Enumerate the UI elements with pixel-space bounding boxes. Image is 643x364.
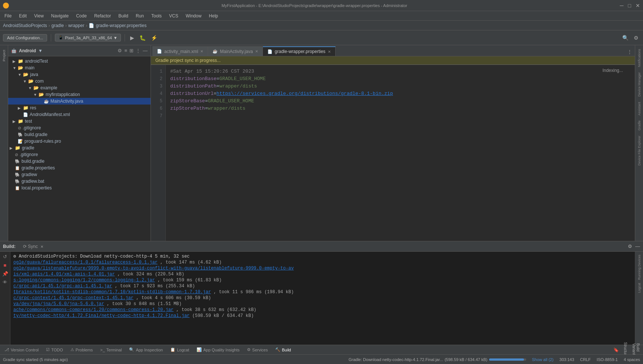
build-link-5[interactable]: c/grpc-api/1.45.1/grpc-api-1.45.1.jar — [13, 284, 112, 289]
tree-item-proguardrules[interactable]: ▶ 📝 proguard-rules.pro — [8, 138, 151, 145]
tree-item-test[interactable]: ▶ 📁 test — [8, 118, 151, 125]
menu-vcs[interactable]: VCS — [166, 13, 181, 19]
bookmarks-icon[interactable]: 🔖 — [613, 347, 619, 353]
tree-item-com[interactable]: ▼ 📂 com — [8, 78, 151, 85]
right-label-device-manager[interactable]: Device Manager — [637, 70, 642, 99]
right-label-notifications[interactable]: Notifications — [637, 47, 642, 69]
tab-mainactivity-java[interactable]: ☕ MainActivity.java ✕ — [208, 46, 263, 56]
encoding[interactable]: ISO-8859-1 — [597, 357, 618, 362]
sync-tab-close[interactable]: ✕ — [40, 245, 43, 249]
build-link-9[interactable]: ache/commons/commons-compress/1.20/commo… — [13, 307, 174, 312]
tab-activity-main-xml[interactable]: 📄 activity_main.xml ✕ — [152, 46, 208, 56]
tree-item-gradle-folder[interactable]: ▶ 📁 gradle — [8, 145, 151, 151]
build-link-3[interactable]: is/xml-apis/1.4.01/xml-apis-1.4.01.jar — [13, 272, 115, 277]
bottom-tab-version-control[interactable]: ⎇ Version Control — [3, 347, 40, 353]
menu-file[interactable]: File — [1, 13, 14, 19]
tree-item-java[interactable]: ▼ 📂 java — [8, 71, 151, 78]
right-label-assistant[interactable]: Assistant — [637, 100, 642, 118]
menu-tools[interactable]: Tools — [148, 13, 165, 19]
menu-code[interactable]: Code — [73, 13, 90, 19]
build-link-4[interactable]: s-logging/commons-logging/1.2/commons-lo… — [13, 278, 155, 283]
settings-icon[interactable]: ⚙ — [632, 34, 640, 42]
profile-button[interactable]: ⚡ — [149, 34, 159, 42]
window-controls[interactable]: ─ □ ✕ — [620, 3, 640, 9]
panel-icon-settings[interactable]: ⋮ — [136, 48, 141, 53]
sidebar-project-label[interactable]: Project — [1, 48, 7, 63]
show-all-link[interactable]: Show all (2) — [532, 357, 554, 362]
tree-item-androidtest[interactable]: ▶ 📁 androidTest — [8, 58, 151, 64]
build-minimize-icon[interactable]: — — [635, 244, 640, 249]
bottom-tab-app-quality[interactable]: 📊 App Quality Insights — [195, 347, 241, 353]
tree-item-buildgradle-root[interactable]: ▶ 🐘 build.gradle — [8, 158, 151, 165]
build-link-1[interactable]: ogle/guava/failureaccess/1.0.1/failureac… — [13, 260, 158, 265]
maximize-button[interactable]: □ — [628, 3, 631, 9]
build-running-devices-icon[interactable]: Running Devices — [637, 253, 642, 281]
menu-view[interactable]: View — [31, 13, 47, 19]
tree-item-example[interactable]: ▼ 📂 example — [8, 85, 151, 91]
right-label-gradle[interactable]: Gradle — [637, 118, 642, 133]
build-link-10[interactable]: ty/netty-codec-http/4.1.72.Final/netty-c… — [13, 313, 189, 318]
build-settings-icon[interactable]: ⚙ — [628, 244, 632, 249]
build-restart-icon[interactable]: ↺ — [2, 253, 8, 260]
tab-close-gradle-wrapper[interactable]: ✕ — [328, 50, 331, 54]
breadcrumb-gradle[interactable]: gradle — [52, 23, 64, 28]
bottom-tab-services[interactable]: ⚙ Services — [245, 347, 269, 353]
menu-navigate[interactable]: Navigate — [48, 13, 72, 19]
minimize-button[interactable]: ─ — [620, 3, 624, 9]
panel-icon-gear[interactable]: ⚙ — [118, 48, 122, 53]
build-link-6[interactable]: tbrains/kotlin/kotlin-stdlib-common/1.7.… — [13, 289, 211, 295]
menu-edit[interactable]: Edit — [16, 13, 30, 19]
add-configuration-button[interactable]: Add Configuration... — [3, 34, 47, 42]
bottom-tab-app-inspection[interactable]: 🔍 App Inspection — [128, 347, 164, 353]
code-content[interactable]: #Sat Apr 15 15:20:26 CST 2023 distributi… — [166, 65, 635, 241]
tree-item-localproperties[interactable]: ▶ 📋 local.properties — [8, 185, 151, 191]
tree-item-androidmanifest[interactable]: ▶ 📄 AndroidManifest.xml — [8, 111, 151, 118]
tree-item-mainactivity[interactable]: ▶ ☕ MainActivity.java — [8, 98, 151, 105]
build-link-7[interactable]: c/grpc-context/1.45.1/grpc-context-1.45.… — [13, 295, 133, 301]
menu-help[interactable]: Help — [206, 13, 221, 19]
build-stop-icon[interactable]: ■ — [3, 262, 7, 269]
tree-item-gradlew[interactable]: ▶ 🐘 gradlew — [8, 171, 151, 178]
tree-item-res[interactable]: ▶ 📁 res — [8, 105, 151, 111]
tree-item-gradleproperties[interactable]: ▶ 📋 gradle.properties — [8, 165, 151, 171]
panel-icon-collapse[interactable]: ≡ — [124, 48, 127, 53]
bottom-tab-logcat[interactable]: 📋 Logcat — [169, 347, 191, 353]
cursor-position[interactable]: 303:143 — [560, 357, 574, 362]
line-ending[interactable]: CRLF — [580, 357, 591, 362]
build-link-8[interactable]: va/dev/jna/jna/5.6.0/jna-5.6.0.jar — [13, 301, 104, 307]
tree-item-gitignore1[interactable]: ▶ ⊘ .gitignore — [8, 125, 151, 131]
indent[interactable]: 4 spaces — [624, 357, 640, 362]
menu-build[interactable]: Build — [115, 13, 131, 19]
breadcrumb-wrapper[interactable]: wrapper — [68, 23, 84, 28]
panel-icon-minimize[interactable]: — — [143, 48, 148, 53]
build-tab-sync[interactable]: ⟳ Sync ✕ — [20, 243, 46, 250]
bottom-tab-terminal[interactable]: >_ Terminal — [99, 347, 123, 353]
run-button[interactable]: ▶ — [129, 34, 136, 42]
bottom-tab-problems[interactable]: ⚠ Problems — [69, 347, 94, 353]
close-button[interactable]: ✕ — [636, 3, 640, 9]
build-logcat-icon[interactable]: Logcat — [637, 281, 642, 294]
menu-run[interactable]: Run — [133, 13, 147, 19]
build-pin-icon[interactable]: 📌 — [1, 270, 9, 277]
right-label-device-file-explorer[interactable]: Device File Explorer — [637, 133, 642, 168]
tree-item-myfirstapplication[interactable]: ▼ 📂 myfirstapplication — [8, 91, 151, 98]
tree-item-buildgradle1[interactable]: ▶ 🐘 build.gradle — [8, 131, 151, 138]
tab-gradle-wrapper-properties[interactable]: 📄 gradle-wrapper.properties ✕ — [263, 46, 336, 56]
device-selector[interactable]: 📱 Pixel_3a_API_33_x86_64 ▼ — [55, 34, 121, 42]
debug-button[interactable]: 🐛 — [138, 34, 147, 42]
tree-item-gradlewbat[interactable]: ▶ 🐘 gradlew.bat — [8, 178, 151, 185]
breadcrumb-filename[interactable]: gradle-wrapper.properties — [96, 23, 146, 28]
build-link-2[interactable]: ogle/guava/listenablefuture/9999.0-empty… — [13, 266, 294, 271]
tab-overflow-button[interactable]: ⋮ — [624, 48, 635, 56]
bottom-tab-todo[interactable]: ☑ TODO — [44, 347, 65, 353]
menu-window[interactable]: Window — [183, 13, 205, 19]
search-everywhere-icon[interactable]: 🔍 — [621, 34, 630, 42]
bottom-tab-build[interactable]: 🔨 Build — [274, 347, 292, 353]
build-scroll-icon[interactable]: 👁 — [2, 279, 8, 286]
code-editor[interactable]: 1 2 3 4 5 6 7 #Sat Apr 15 15:20:26 CST 2… — [151, 65, 635, 241]
tab-close-activity-main[interactable]: ✕ — [200, 49, 203, 53]
menu-refactor[interactable]: Refactor — [91, 13, 114, 19]
tree-item-gitignore-root[interactable]: ▶ ⊘ .gitignore — [8, 151, 151, 158]
tree-item-main[interactable]: ▼ 📂 main — [8, 64, 151, 71]
breadcrumb-androidstudioprojects[interactable]: AndroidStudioProjects — [3, 23, 47, 28]
